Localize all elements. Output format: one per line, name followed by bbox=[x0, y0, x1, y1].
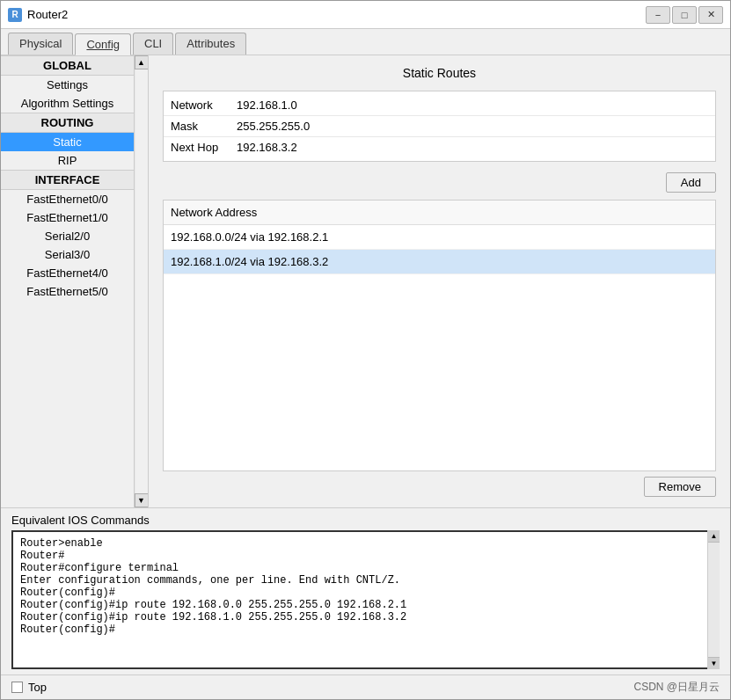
main-panel: Static Routes Network 192.168.1.0 Mask 2… bbox=[149, 55, 730, 507]
sidebar-item-s30[interactable]: Serial3/0 bbox=[1, 245, 134, 264]
network-value: 192.168.1.0 bbox=[237, 98, 297, 112]
sidebar-scrollbar: ▲ ▼ bbox=[134, 55, 148, 507]
mask-value: 255.255.255.0 bbox=[237, 120, 310, 133]
tab-attributes[interactable]: Attributes bbox=[175, 33, 246, 55]
title-bar: R Router2 − □ ✕ bbox=[1, 1, 730, 29]
content-area: GLOBAL Settings Algorithm Settings ROUTI… bbox=[1, 55, 730, 507]
form-section: Network 192.168.1.0 Mask 255.255.255.0 N… bbox=[163, 91, 716, 162]
ios-console[interactable]: Router>enable Router# Router#configure t… bbox=[11, 530, 720, 669]
console-line: Router(config)#ip route 192.168.1.0 255.… bbox=[20, 611, 711, 623]
console-line: Router#configure terminal bbox=[20, 562, 711, 574]
console-area: Equivalent IOS Commands Router>enable Ro… bbox=[1, 507, 730, 674]
main-window: R Router2 − □ ✕ Physical Config CLI Attr… bbox=[0, 0, 731, 700]
scroll-down-arrow[interactable]: ▼ bbox=[135, 493, 149, 507]
sidebar-routing-heading: ROUTING bbox=[1, 113, 134, 133]
maximize-button[interactable]: □ bbox=[672, 6, 697, 24]
app-icon: R bbox=[8, 8, 22, 22]
sidebar-item-algorithm-settings[interactable]: Algorithm Settings bbox=[1, 94, 134, 113]
tab-physical[interactable]: Physical bbox=[8, 33, 73, 55]
table-row[interactable]: 192.168.0.0/24 via 192.168.2.1 bbox=[164, 225, 715, 250]
console-line: Router>enable bbox=[20, 537, 711, 550]
remove-row: Remove bbox=[163, 477, 716, 497]
console-wrapper: Router>enable Router# Router#configure t… bbox=[11, 530, 720, 669]
sidebar-interface-heading: INTERFACE bbox=[1, 170, 134, 190]
sidebar-item-fe00[interactable]: FastEthernet0/0 bbox=[1, 190, 134, 208]
title-buttons: − □ ✕ bbox=[646, 6, 723, 24]
sidebar-item-s20[interactable]: Serial2/0 bbox=[1, 227, 134, 245]
console-line: Router# bbox=[20, 550, 711, 562]
tab-bar: Physical Config CLI Attributes bbox=[1, 29, 730, 55]
network-label: Network bbox=[171, 98, 237, 112]
add-button[interactable]: Add bbox=[666, 172, 716, 193]
window-title: Router2 bbox=[27, 8, 68, 21]
remove-button[interactable]: Remove bbox=[644, 477, 716, 497]
watermark: CSDN @日星月云 bbox=[633, 680, 720, 695]
nexthop-row: Next Hop 192.168.3.2 bbox=[164, 137, 715, 157]
tab-config[interactable]: Config bbox=[75, 33, 131, 55]
panel-title: Static Routes bbox=[163, 66, 716, 80]
sidebar-item-fe10[interactable]: FastEthernet1/0 bbox=[1, 208, 134, 227]
close-button[interactable]: ✕ bbox=[698, 6, 723, 24]
add-row: Add bbox=[163, 172, 716, 193]
top-label: Top bbox=[28, 681, 47, 694]
scroll-track bbox=[135, 69, 148, 493]
nexthop-value: 192.168.3.2 bbox=[237, 141, 297, 154]
sidebar-item-settings[interactable]: Settings bbox=[1, 76, 134, 94]
scroll-up-arrow[interactable]: ▲ bbox=[135, 55, 149, 69]
network-table: Network Address 192.168.0.0/24 via 192.1… bbox=[163, 200, 716, 471]
tab-cli[interactable]: CLI bbox=[133, 33, 173, 55]
network-table-header: Network Address bbox=[164, 201, 715, 225]
console-line: Router(config)# bbox=[20, 587, 711, 599]
title-bar-left: R Router2 bbox=[8, 8, 68, 22]
network-row: Network 192.168.1.0 bbox=[164, 95, 715, 116]
status-left: Top bbox=[11, 681, 47, 694]
console-line: Router(config)#ip route 192.168.0.0 255.… bbox=[20, 599, 711, 611]
nexthop-label: Next Hop bbox=[171, 141, 237, 154]
sidebar-scroll: GLOBAL Settings Algorithm Settings ROUTI… bbox=[1, 55, 134, 507]
console-label: Equivalent IOS Commands bbox=[11, 514, 720, 527]
sidebar-item-fe50[interactable]: FastEthernet5/0 bbox=[1, 282, 134, 301]
status-bar: Top CSDN @日星月云 bbox=[1, 674, 730, 699]
sidebar-item-fe40[interactable]: FastEthernet4/0 bbox=[1, 264, 134, 282]
console-line: Router(config)# bbox=[20, 623, 711, 636]
console-scroll-track bbox=[708, 543, 720, 657]
sidebar-global-heading: GLOBAL bbox=[1, 55, 134, 76]
mask-row: Mask 255.255.255.0 bbox=[164, 116, 715, 137]
sidebar: GLOBAL Settings Algorithm Settings ROUTI… bbox=[1, 55, 149, 507]
mask-label: Mask bbox=[171, 120, 237, 133]
console-line: Enter configuration commands, one per li… bbox=[20, 574, 711, 587]
sidebar-item-static[interactable]: Static bbox=[1, 133, 134, 151]
sidebar-item-rip[interactable]: RIP bbox=[1, 151, 134, 170]
console-scrollbar: ▲ ▼ bbox=[707, 530, 720, 669]
table-row[interactable]: 192.168.1.0/24 via 192.168.3.2 bbox=[164, 250, 715, 274]
console-scroll-down[interactable]: ▼ bbox=[708, 657, 720, 669]
console-scroll-up[interactable]: ▲ bbox=[708, 530, 720, 543]
top-checkbox[interactable] bbox=[11, 682, 23, 693]
minimize-button[interactable]: − bbox=[646, 6, 670, 24]
